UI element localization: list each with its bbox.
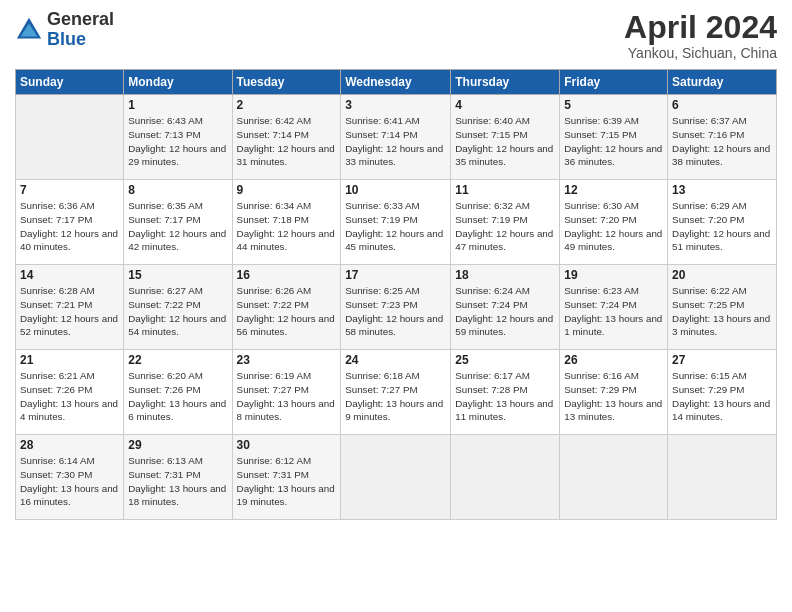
table-row: 16Sunrise: 6:26 AM Sunset: 7:22 PM Dayli… — [232, 265, 341, 350]
table-row: 25Sunrise: 6:17 AM Sunset: 7:28 PM Dayli… — [451, 350, 560, 435]
day-info: Sunrise: 6:27 AM Sunset: 7:22 PM Dayligh… — [128, 284, 227, 339]
calendar: Sunday Monday Tuesday Wednesday Thursday… — [15, 69, 777, 520]
day-number: 2 — [237, 98, 337, 112]
col-saturday: Saturday — [668, 70, 777, 95]
day-info: Sunrise: 6:28 AM Sunset: 7:21 PM Dayligh… — [20, 284, 119, 339]
day-info: Sunrise: 6:39 AM Sunset: 7:15 PM Dayligh… — [564, 114, 663, 169]
day-number: 30 — [237, 438, 337, 452]
day-number: 19 — [564, 268, 663, 282]
col-sunday: Sunday — [16, 70, 124, 95]
col-thursday: Thursday — [451, 70, 560, 95]
day-number: 8 — [128, 183, 227, 197]
day-info: Sunrise: 6:34 AM Sunset: 7:18 PM Dayligh… — [237, 199, 337, 254]
day-number: 10 — [345, 183, 446, 197]
day-number: 20 — [672, 268, 772, 282]
header: General Blue April 2024 Yankou, Sichuan,… — [15, 10, 777, 61]
calendar-row-4: 28Sunrise: 6:14 AM Sunset: 7:30 PM Dayli… — [16, 435, 777, 520]
table-row: 7Sunrise: 6:36 AM Sunset: 7:17 PM Daylig… — [16, 180, 124, 265]
table-row: 2Sunrise: 6:42 AM Sunset: 7:14 PM Daylig… — [232, 95, 341, 180]
table-row — [560, 435, 668, 520]
day-info: Sunrise: 6:29 AM Sunset: 7:20 PM Dayligh… — [672, 199, 772, 254]
day-number: 12 — [564, 183, 663, 197]
day-number: 28 — [20, 438, 119, 452]
table-row — [16, 95, 124, 180]
calendar-row-2: 14Sunrise: 6:28 AM Sunset: 7:21 PM Dayli… — [16, 265, 777, 350]
table-row: 27Sunrise: 6:15 AM Sunset: 7:29 PM Dayli… — [668, 350, 777, 435]
table-row: 9Sunrise: 6:34 AM Sunset: 7:18 PM Daylig… — [232, 180, 341, 265]
day-number: 13 — [672, 183, 772, 197]
day-info: Sunrise: 6:26 AM Sunset: 7:22 PM Dayligh… — [237, 284, 337, 339]
table-row: 15Sunrise: 6:27 AM Sunset: 7:22 PM Dayli… — [124, 265, 232, 350]
table-row: 1Sunrise: 6:43 AM Sunset: 7:13 PM Daylig… — [124, 95, 232, 180]
main-title: April 2024 — [624, 10, 777, 45]
table-row — [668, 435, 777, 520]
table-row: 21Sunrise: 6:21 AM Sunset: 7:26 PM Dayli… — [16, 350, 124, 435]
day-info: Sunrise: 6:43 AM Sunset: 7:13 PM Dayligh… — [128, 114, 227, 169]
page: General Blue April 2024 Yankou, Sichuan,… — [0, 0, 792, 612]
subtitle: Yankou, Sichuan, China — [624, 45, 777, 61]
table-row — [451, 435, 560, 520]
col-friday: Friday — [560, 70, 668, 95]
table-row: 18Sunrise: 6:24 AM Sunset: 7:24 PM Dayli… — [451, 265, 560, 350]
table-row: 23Sunrise: 6:19 AM Sunset: 7:27 PM Dayli… — [232, 350, 341, 435]
table-row: 8Sunrise: 6:35 AM Sunset: 7:17 PM Daylig… — [124, 180, 232, 265]
table-row: 5Sunrise: 6:39 AM Sunset: 7:15 PM Daylig… — [560, 95, 668, 180]
day-number: 3 — [345, 98, 446, 112]
day-info: Sunrise: 6:33 AM Sunset: 7:19 PM Dayligh… — [345, 199, 446, 254]
day-info: Sunrise: 6:13 AM Sunset: 7:31 PM Dayligh… — [128, 454, 227, 509]
logo-text: General Blue — [47, 10, 114, 50]
day-info: Sunrise: 6:41 AM Sunset: 7:14 PM Dayligh… — [345, 114, 446, 169]
table-row: 30Sunrise: 6:12 AM Sunset: 7:31 PM Dayli… — [232, 435, 341, 520]
calendar-header-row: Sunday Monday Tuesday Wednesday Thursday… — [16, 70, 777, 95]
day-number: 14 — [20, 268, 119, 282]
day-info: Sunrise: 6:14 AM Sunset: 7:30 PM Dayligh… — [20, 454, 119, 509]
table-row: 20Sunrise: 6:22 AM Sunset: 7:25 PM Dayli… — [668, 265, 777, 350]
day-info: Sunrise: 6:36 AM Sunset: 7:17 PM Dayligh… — [20, 199, 119, 254]
day-info: Sunrise: 6:12 AM Sunset: 7:31 PM Dayligh… — [237, 454, 337, 509]
table-row: 13Sunrise: 6:29 AM Sunset: 7:20 PM Dayli… — [668, 180, 777, 265]
table-row: 12Sunrise: 6:30 AM Sunset: 7:20 PM Dayli… — [560, 180, 668, 265]
day-number: 11 — [455, 183, 555, 197]
day-info: Sunrise: 6:21 AM Sunset: 7:26 PM Dayligh… — [20, 369, 119, 424]
logo-blue: Blue — [47, 30, 114, 50]
day-number: 27 — [672, 353, 772, 367]
col-monday: Monday — [124, 70, 232, 95]
day-info: Sunrise: 6:20 AM Sunset: 7:26 PM Dayligh… — [128, 369, 227, 424]
day-number: 18 — [455, 268, 555, 282]
day-number: 15 — [128, 268, 227, 282]
title-block: April 2024 Yankou, Sichuan, China — [624, 10, 777, 61]
calendar-row-1: 7Sunrise: 6:36 AM Sunset: 7:17 PM Daylig… — [16, 180, 777, 265]
logo: General Blue — [15, 10, 114, 50]
day-number: 25 — [455, 353, 555, 367]
table-row: 22Sunrise: 6:20 AM Sunset: 7:26 PM Dayli… — [124, 350, 232, 435]
day-number: 9 — [237, 183, 337, 197]
day-info: Sunrise: 6:16 AM Sunset: 7:29 PM Dayligh… — [564, 369, 663, 424]
table-row: 28Sunrise: 6:14 AM Sunset: 7:30 PM Dayli… — [16, 435, 124, 520]
table-row: 26Sunrise: 6:16 AM Sunset: 7:29 PM Dayli… — [560, 350, 668, 435]
day-info: Sunrise: 6:37 AM Sunset: 7:16 PM Dayligh… — [672, 114, 772, 169]
day-number: 6 — [672, 98, 772, 112]
day-info: Sunrise: 6:19 AM Sunset: 7:27 PM Dayligh… — [237, 369, 337, 424]
table-row: 3Sunrise: 6:41 AM Sunset: 7:14 PM Daylig… — [341, 95, 451, 180]
logo-general: General — [47, 10, 114, 30]
col-tuesday: Tuesday — [232, 70, 341, 95]
day-info: Sunrise: 6:18 AM Sunset: 7:27 PM Dayligh… — [345, 369, 446, 424]
table-row: 6Sunrise: 6:37 AM Sunset: 7:16 PM Daylig… — [668, 95, 777, 180]
day-info: Sunrise: 6:17 AM Sunset: 7:28 PM Dayligh… — [455, 369, 555, 424]
table-row: 14Sunrise: 6:28 AM Sunset: 7:21 PM Dayli… — [16, 265, 124, 350]
day-info: Sunrise: 6:32 AM Sunset: 7:19 PM Dayligh… — [455, 199, 555, 254]
day-info: Sunrise: 6:15 AM Sunset: 7:29 PM Dayligh… — [672, 369, 772, 424]
table-row: 10Sunrise: 6:33 AM Sunset: 7:19 PM Dayli… — [341, 180, 451, 265]
day-info: Sunrise: 6:25 AM Sunset: 7:23 PM Dayligh… — [345, 284, 446, 339]
day-number: 17 — [345, 268, 446, 282]
day-info: Sunrise: 6:35 AM Sunset: 7:17 PM Dayligh… — [128, 199, 227, 254]
day-info: Sunrise: 6:30 AM Sunset: 7:20 PM Dayligh… — [564, 199, 663, 254]
day-info: Sunrise: 6:24 AM Sunset: 7:24 PM Dayligh… — [455, 284, 555, 339]
day-info: Sunrise: 6:40 AM Sunset: 7:15 PM Dayligh… — [455, 114, 555, 169]
day-number: 21 — [20, 353, 119, 367]
day-number: 24 — [345, 353, 446, 367]
table-row: 11Sunrise: 6:32 AM Sunset: 7:19 PM Dayli… — [451, 180, 560, 265]
table-row: 17Sunrise: 6:25 AM Sunset: 7:23 PM Dayli… — [341, 265, 451, 350]
calendar-row-0: 1Sunrise: 6:43 AM Sunset: 7:13 PM Daylig… — [16, 95, 777, 180]
table-row: 19Sunrise: 6:23 AM Sunset: 7:24 PM Dayli… — [560, 265, 668, 350]
